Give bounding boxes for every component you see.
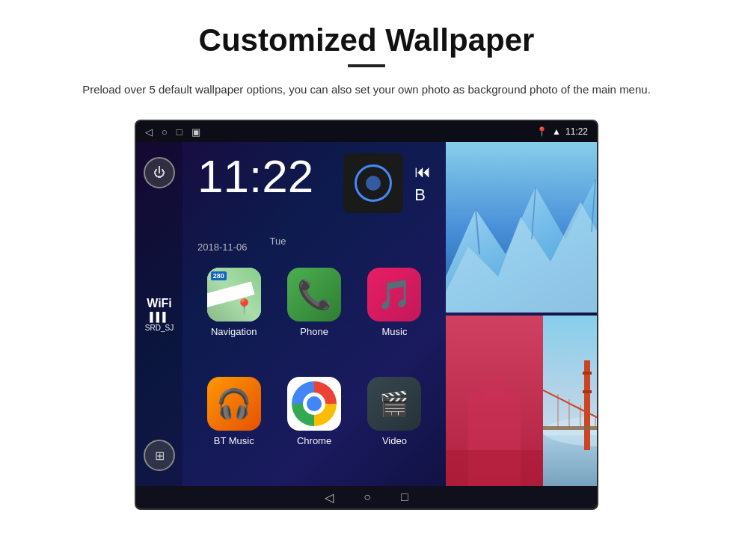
svg-rect-9 xyxy=(446,450,543,486)
chrome-outer-ring xyxy=(292,381,337,426)
nav-home-icon[interactable]: ○ xyxy=(364,490,371,504)
status-bar: ◁ ○ □ ▣ 📍 ▲ 11:22 xyxy=(136,121,597,142)
music-app-label: Music xyxy=(381,326,407,337)
bluetooth-music-icon: 🎧 xyxy=(216,387,251,420)
phone-icon: 📞 xyxy=(297,278,332,311)
bt-music-app-label: BT Music xyxy=(214,435,254,446)
music-icon: 🎵 xyxy=(377,278,412,311)
svg-rect-15 xyxy=(583,372,592,375)
screenshot-icon: ▣ xyxy=(191,126,200,138)
wifi-network-name: SRD_SJ xyxy=(145,324,174,332)
android-main: ⏻ WiFi ▌▌▌ SRD_SJ ⊞ 11:22 xyxy=(136,142,597,486)
status-bar-left: ◁ ○ □ ▣ xyxy=(145,126,200,138)
home-icon: ○ xyxy=(162,126,168,138)
status-bar-right: 📍 ▲ 11:22 xyxy=(536,126,588,137)
bt-music-app-icon: 🎧 xyxy=(207,377,261,431)
app-item-bt-music[interactable]: 🎧 BT Music xyxy=(197,377,270,479)
grid-icon: ⊞ xyxy=(155,449,165,463)
media-controls: ⏮ B xyxy=(414,162,431,205)
status-time: 11:22 xyxy=(565,126,588,137)
chrome-app-label: Chrome xyxy=(297,435,331,446)
wallpaper-previews: CarSetting xyxy=(446,142,598,486)
app-item-music[interactable]: 🎵 Music xyxy=(358,268,431,369)
nav-route-badge: 280 xyxy=(211,271,227,280)
chrome-app-icon xyxy=(287,377,341,431)
power-icon: ⏻ xyxy=(153,166,165,179)
radio-inner xyxy=(366,176,381,191)
clock-section: 11:22 2018-11-06 Tue xyxy=(197,153,313,253)
location-icon: 📍 xyxy=(536,126,548,137)
bridge-svg: CarSetting xyxy=(543,316,598,486)
radio-icon xyxy=(355,164,392,202)
svg-rect-16 xyxy=(583,390,592,393)
wifi-label: WiFi xyxy=(145,297,174,310)
title-divider xyxy=(348,64,385,67)
wallpaper-preview-pink[interactable] xyxy=(446,316,543,486)
pink-wallpaper-svg xyxy=(446,316,543,486)
left-sidebar: ⏻ WiFi ▌▌▌ SRD_SJ ⊞ xyxy=(136,142,183,486)
wifi-signal-bars: ▌▌▌ xyxy=(145,312,174,322)
wallpaper-preview-glacier[interactable] xyxy=(446,142,598,313)
app-item-phone[interactable]: 📞 Phone xyxy=(277,268,350,369)
android-bottom-nav: ◁ ○ □ xyxy=(136,486,597,508)
video-app-icon: 🎬 xyxy=(367,377,421,431)
svg-rect-8 xyxy=(483,375,506,398)
wifi-icon: ▲ xyxy=(552,126,561,137)
app-item-video[interactable]: 🎬 Video xyxy=(358,377,431,479)
video-clapper-icon: 🎬 xyxy=(379,390,409,418)
clock-date-row: 2018-11-06 Tue xyxy=(197,236,313,253)
clock-time: 11:22 xyxy=(197,153,313,200)
page-title: Customized Wallpaper xyxy=(199,22,535,58)
nav-recents-icon[interactable]: □ xyxy=(401,490,408,504)
prev-track-button[interactable]: ⏮ xyxy=(414,162,431,182)
app-item-navigation[interactable]: 280 📍 Navigation xyxy=(197,268,270,369)
app-item-chrome[interactable]: Chrome xyxy=(277,377,350,479)
recents-icon: □ xyxy=(177,126,183,138)
phone-app-icon: 📞 xyxy=(287,268,341,321)
page-description: Preload over 5 default wallpaper options… xyxy=(82,81,651,99)
nav-location-pin: 📍 xyxy=(235,298,254,316)
power-button[interactable]: ⏻ xyxy=(144,157,175,188)
music-app-icon: 🎵 xyxy=(367,268,421,321)
navigation-app-label: Navigation xyxy=(211,326,257,337)
navigation-app-icon: 280 📍 xyxy=(207,268,261,321)
wallpaper-bottom-container: CarSetting xyxy=(446,316,598,486)
back-icon: ◁ xyxy=(145,126,153,138)
clock-date: 2018-11-06 xyxy=(197,241,248,253)
android-device: ◁ ○ □ ▣ 📍 ▲ 11:22 ⏻ WiFi ▌▌▌ SRD_ xyxy=(135,120,598,510)
wallpaper-preview-bridge[interactable]: CarSetting xyxy=(543,316,598,486)
glacier-svg xyxy=(446,142,598,313)
phone-app-label: Phone xyxy=(300,326,328,337)
radio-widget[interactable] xyxy=(343,153,403,213)
bluetooth-icon[interactable]: B xyxy=(414,185,431,205)
apps-grid-button[interactable]: ⊞ xyxy=(144,440,175,471)
nav-back-icon[interactable]: ◁ xyxy=(325,490,334,505)
center-content: 11:22 2018-11-06 Tue ⏮ xyxy=(183,142,446,486)
wifi-info: WiFi ▌▌▌ SRD_SJ xyxy=(145,297,174,332)
clock-area: 11:22 2018-11-06 Tue ⏮ xyxy=(183,142,446,260)
widget-area: ⏮ B xyxy=(343,153,431,213)
video-app-label: Video xyxy=(382,435,407,446)
clock-day: Tue xyxy=(270,236,286,253)
chrome-center-blue xyxy=(307,396,322,411)
svg-rect-27 xyxy=(543,426,598,430)
content-area: ◁ ○ □ ▣ 📍 ▲ 11:22 ⏻ WiFi ▌▌▌ SRD_ xyxy=(30,120,703,510)
app-grid: 280 📍 Navigation 📞 Phone xyxy=(183,260,446,486)
